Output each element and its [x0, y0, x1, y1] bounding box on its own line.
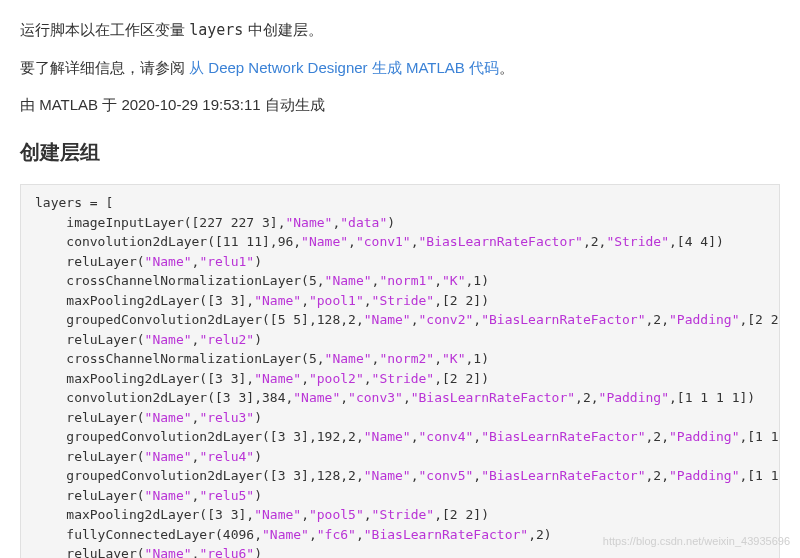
section-heading: 创建层组 — [20, 134, 780, 170]
code-block: layers = [ imageInputLayer([227 227 3],"… — [20, 184, 780, 558]
text: 。 — [499, 59, 514, 76]
paragraph-1: 运行脚本以在工作区变量 layers 中创建层。 — [20, 16, 780, 44]
doc-link[interactable]: 从 Deep Network Designer 生成 MATLAB 代码 — [189, 59, 499, 76]
text: 运行脚本以在工作区变量 — [20, 21, 189, 38]
inline-code: layers — [189, 21, 243, 39]
paragraph-2: 要了解详细信息，请参阅 从 Deep Network Designer 生成 M… — [20, 54, 780, 81]
text: 中创建层。 — [243, 21, 322, 38]
paragraph-3: 由 MATLAB 于 2020-10-29 19:53:11 自动生成 — [20, 91, 780, 118]
text: 要了解详细信息，请参阅 — [20, 59, 189, 76]
